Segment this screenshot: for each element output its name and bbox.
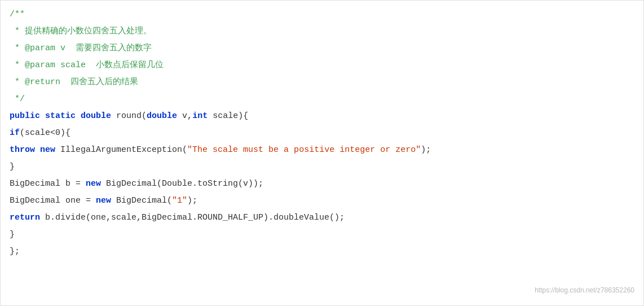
- throw-end: );: [421, 142, 431, 159]
- code-line-8: if (scale<0){: [1, 125, 643, 142]
- exception-class: IllegalArgumentException(: [55, 142, 187, 159]
- kw-public: public: [10, 108, 40, 125]
- comment-line-4: * @param scale 小数点后保留几位: [10, 57, 164, 74]
- comment-end: */: [10, 91, 25, 108]
- bigdecimal-one: BigDecimal one =: [10, 193, 96, 209]
- kw-new: new: [40, 142, 55, 159]
- space1: [40, 108, 45, 125]
- param-scale: scale){: [208, 108, 248, 125]
- bigdecimal-one-end: );: [187, 193, 197, 209]
- kw-double: double: [81, 108, 111, 125]
- space-throw: [35, 142, 40, 159]
- kw-throw: throw: [10, 142, 35, 159]
- close-brace-1: }: [10, 159, 15, 176]
- space2: [76, 108, 81, 125]
- code-block: /** * 提供精确的小数位四舍五入处理。 * @param v 需要四舍五入的…: [0, 0, 644, 306]
- code-line-7: public static double round( double v, in…: [1, 108, 643, 125]
- string-msg: "The scale must be a positive integer or…: [187, 142, 421, 159]
- code-line-11: BigDecimal b = new BigDecimal(Double.toS…: [1, 176, 643, 193]
- param-v: v,: [177, 108, 192, 125]
- bigdecimal-b-val: BigDecimal(Double.toString(v));: [101, 176, 263, 193]
- comment-line-5: * @return 四舍五入后的结果: [10, 74, 138, 91]
- method-sig: round(: [111, 108, 147, 125]
- code-line-2: * 提供精确的小数位四舍五入处理。: [1, 23, 643, 40]
- code-line-6: */: [1, 91, 643, 108]
- code-line-1: /**: [1, 6, 643, 23]
- comment-line-3: * @param v 需要四舍五入的数字: [10, 40, 152, 57]
- close-brace-2: }: [10, 226, 15, 243]
- bigdecimal-b: BigDecimal b =: [10, 176, 86, 193]
- comment-start: /**: [10, 6, 25, 23]
- code-line-13: return b.divide(one,scale,BigDecimal.ROU…: [1, 209, 643, 226]
- code-line-10: }: [1, 159, 643, 176]
- kw-new3: new: [96, 193, 111, 209]
- return-expr: b.divide(one,scale,BigDecimal.ROUND_HALF…: [40, 209, 345, 226]
- kw-if: if: [10, 125, 20, 142]
- kw-new2: new: [86, 176, 101, 193]
- kw-double2: double: [147, 108, 177, 125]
- kw-int: int: [192, 108, 208, 125]
- if-cond: (scale<0){: [20, 125, 70, 142]
- code-line-15: };: [1, 243, 643, 260]
- string-one: "1": [172, 193, 187, 209]
- code-line-4: * @param scale 小数点后保留几位: [1, 57, 643, 74]
- code-line-5: * @return 四舍五入后的结果: [1, 74, 643, 91]
- code-line-14: }: [1, 226, 643, 243]
- code-line-3: * @param v 需要四舍五入的数字: [1, 40, 643, 57]
- watermark: https://blog.csdn.net/z786352260: [535, 282, 634, 299]
- kw-static: static: [45, 108, 76, 125]
- comment-line-2: * 提供精确的小数位四舍五入处理。: [10, 23, 152, 40]
- bigdecimal-one-paren: BigDecimal(: [111, 193, 172, 209]
- code-line-12: BigDecimal one = new BigDecimal( "1" );: [1, 193, 643, 209]
- code-line-9: throw new IllegalArgumentException( "The…: [1, 142, 643, 159]
- close-brace-3: };: [10, 243, 20, 260]
- kw-return: return: [10, 209, 40, 226]
